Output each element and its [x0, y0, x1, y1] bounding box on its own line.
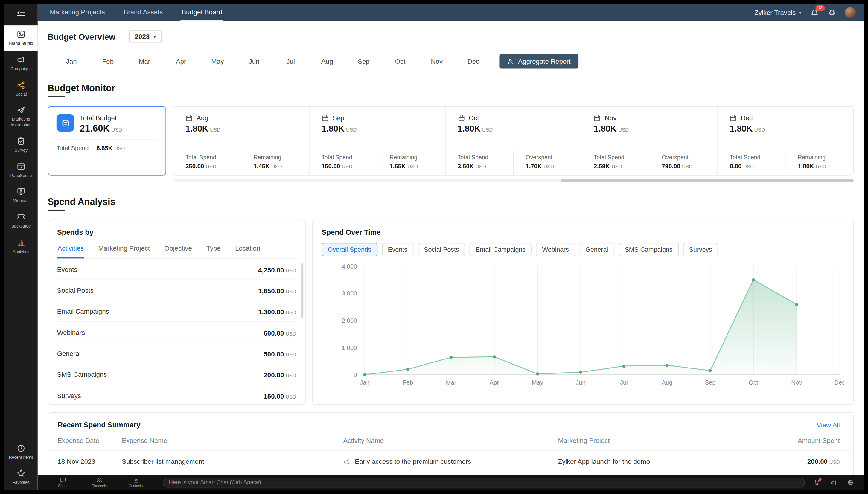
chip-webinars[interactable]: Webinars — [536, 243, 575, 256]
tab-marketing-projects[interactable]: Marketing Projects — [49, 4, 106, 21]
settings-button[interactable]: ⚙ — [829, 9, 835, 17]
month-tab-nov[interactable]: Nov — [418, 57, 455, 65]
reminder-button[interactable] — [814, 479, 820, 486]
month-tab-feb[interactable]: Feb — [90, 57, 126, 65]
month-tab-mar[interactable]: Mar — [126, 57, 163, 65]
contacts-button[interactable]: Contacts — [117, 477, 154, 488]
sidebar-item-social[interactable]: Social — [4, 76, 38, 101]
card-footer: Total Spend0.00USD Remaining1.80KUSD — [718, 150, 853, 175]
total-budget-card[interactable]: Total Budget 21.60KUSD Total Spend 8.65K… — [48, 106, 166, 175]
chip-social-posts[interactable]: Social Posts — [418, 243, 465, 256]
chip-email-campaigns[interactable]: Email Campaigns — [470, 243, 532, 256]
scrollbar-thumb[interactable] — [561, 179, 854, 182]
nav-tabs: Marketing Projects Brand Assets Budget B… — [49, 4, 223, 21]
svg-text:Dec: Dec — [834, 379, 844, 386]
chip-sms-campaigns[interactable]: SMS Campaigns — [619, 243, 678, 256]
notifications-button[interactable]: 12 — [811, 9, 819, 17]
chip-general[interactable]: General — [579, 243, 614, 256]
year-selector[interactable]: 2023 ▾ — [129, 30, 162, 43]
table-row[interactable]: 18 Nov 2023 Subscriber list management E… — [48, 451, 853, 473]
recent-spend-header: Recent Spend Summary View All — [48, 421, 853, 429]
sidebar-item-recent-items[interactable]: Recent Items — [4, 439, 38, 465]
total-card-text: Total Budget 21.60KUSD — [80, 114, 122, 134]
sidebar-item-webinar[interactable]: Webinar — [4, 183, 38, 208]
status-amount: 790.00USD — [662, 163, 715, 169]
card-budget-amount: 1.80KUSD — [582, 122, 717, 134]
status-label: Remaining — [390, 154, 443, 160]
sidebar: Brand Studio Campaigns Social — [4, 21, 38, 490]
spend-over-time-filters: Overall Spends Events Social Posts Email… — [322, 243, 844, 256]
tab-objective[interactable]: Objective — [164, 245, 192, 258]
budget-card-nov[interactable]: Nov 1.80KUSD Total Spend2.59KUSD Overspe… — [581, 107, 717, 175]
column-expense-name: Expense Name — [122, 437, 343, 444]
vertical-scrollbar[interactable] — [301, 263, 303, 399]
chat-item-label: Channels — [92, 484, 107, 488]
tab-brand-assets[interactable]: Brand Assets — [122, 4, 164, 21]
channels-button[interactable]: Channels — [81, 477, 117, 488]
scrollbar-thumb[interactable] — [301, 263, 303, 318]
card-footer: Total Spend350.00USD Remaining1.45KUSD — [173, 150, 309, 175]
chip-events[interactable]: Events — [382, 243, 413, 256]
spend-amount: 150.00USD — [322, 163, 375, 169]
aggregate-report-button[interactable]: Aggregate Report — [499, 54, 578, 69]
app-window: Marketing Projects Brand Assets Budget B… — [0, 0, 868, 494]
chip-surveys[interactable]: Surveys — [683, 243, 718, 256]
sidebar-item-label: Favorites — [13, 480, 30, 485]
sidebar-item-pagesense[interactable]: PageSense — [4, 157, 38, 183]
smart-chat-input[interactable] — [163, 477, 805, 487]
sidebar-item-label: Survey — [15, 148, 27, 153]
horizontal-scrollbar[interactable] — [173, 179, 853, 182]
tab-marketing-project[interactable]: Marketing Project — [97, 245, 150, 258]
sidebar-item-analytics[interactable]: Analytics — [4, 233, 38, 259]
sidebar-item-backstage[interactable]: Backstage — [4, 208, 38, 233]
spend-row-social-posts: Social Posts1,650.00USD — [57, 280, 297, 301]
budget-card-sep[interactable]: Sep 1.80KUSD Total Spend150.00USD Remain… — [309, 107, 445, 175]
chip-overall-spends[interactable]: Overall Spends — [322, 243, 377, 256]
month-tab-jan[interactable]: Jan — [53, 57, 90, 65]
spends-by-card: Spends by Activities Marketing Project O… — [48, 220, 305, 404]
tab-location[interactable]: Location — [234, 245, 261, 258]
org-switcher[interactable]: Zylker Travels ▾ — [754, 9, 801, 17]
spend-over-time-chart: JanFebMarAprMayJunJulAugSepOctNovDec01,0… — [322, 260, 844, 390]
status-label: Overspent — [526, 154, 579, 160]
month-tab-oct[interactable]: Oct — [382, 57, 418, 65]
view-all-link[interactable]: View All — [816, 421, 839, 429]
month-tab-sep[interactable]: Sep — [345, 57, 382, 65]
card-month-label: Oct — [469, 114, 479, 122]
sidebar-item-survey[interactable]: Survey — [4, 132, 38, 157]
network-button[interactable] — [847, 479, 854, 486]
card-footer: Total Spend3.50KUSD Overspent1.70KUSD — [445, 150, 581, 175]
presenter-screen-icon — [17, 187, 26, 196]
card-footer: Total Spend150.00USD Remaining1.65KUSD — [309, 150, 445, 175]
user-avatar[interactable] — [845, 7, 856, 18]
tab-activities[interactable]: Activities — [57, 245, 84, 258]
budget-card-oct[interactable]: Oct 1.80KUSD Total Spend3.50KUSD Overspe… — [445, 107, 581, 175]
month-tab-may[interactable]: May — [199, 57, 236, 65]
menu-collapse-icon[interactable] — [17, 9, 26, 17]
spend-label: Total Spend — [322, 154, 375, 160]
budget-card-aug[interactable]: Aug 1.80KUSD Total Spend350.00USD Remain… — [173, 107, 309, 175]
total-card-footer: Total Spend 8.65KUSD — [57, 145, 157, 151]
budget-card-dec[interactable]: Dec 1.80KUSD Total Spend0.00USD Remainin… — [717, 107, 853, 175]
status-label: Overspent — [662, 154, 715, 160]
page-header: Budget Overview - 2023 ▾ — [38, 21, 864, 43]
sidebar-item-favorites[interactable]: Favorites — [4, 464, 38, 490]
announcements-button[interactable] — [830, 479, 837, 486]
month-tab-jul[interactable]: Jul — [272, 57, 309, 65]
tab-type[interactable]: Type — [206, 245, 221, 258]
month-tab-dec[interactable]: Dec — [455, 57, 491, 65]
chats-button[interactable]: Chats — [44, 477, 81, 488]
month-tab-jun[interactable]: Jun — [236, 57, 272, 65]
svg-text:Apr: Apr — [490, 379, 499, 386]
month-tab-apr[interactable]: Apr — [163, 57, 199, 65]
sidebar-item-brand-studio[interactable]: Brand Studio — [4, 25, 38, 51]
cell-activity-name: Early access to the premium customers — [343, 458, 558, 466]
sidebar-item-marketing-automation[interactable]: Marketing Automation — [4, 101, 38, 132]
tab-budget-board[interactable]: Budget Board — [181, 4, 223, 21]
cell-expense-name: Subscriber list management — [122, 458, 343, 466]
month-tab-aug[interactable]: Aug — [309, 57, 345, 65]
svg-text:3,000: 3,000 — [342, 290, 357, 297]
card-month-label: Aug — [196, 114, 208, 122]
sidebar-item-campaigns[interactable]: Campaigns — [4, 51, 38, 76]
budget-monitor-cards: Total Budget 21.60KUSD Total Spend 8.65K… — [48, 106, 854, 175]
